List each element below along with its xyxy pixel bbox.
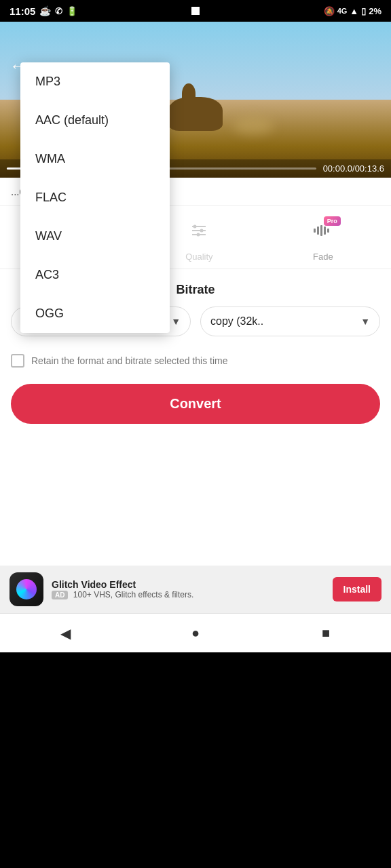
ad-badge: AD [52,591,68,599]
silent-icon: 🔕 [324,6,335,16]
bitrate-arrow-icon: ▼ [360,316,370,327]
format-option-wma[interactable]: WMA [20,140,170,178]
battery-percent: 2% [369,6,381,16]
svg-rect-11 [327,229,329,233]
bitrate-dropdown[interactable]: copy (32k.. ▼ [200,307,380,336]
ad-app-icon [10,572,43,606]
ad-icon-graphic [16,579,37,599]
retain-text: Retain the format and bitrate selected t… [31,355,227,366]
svg-rect-10 [324,226,326,235]
call-icon: ✆ [55,6,62,16]
quality-label: Quality [185,252,212,262]
svg-point-4 [193,225,197,229]
quality-item[interactable]: Quality [185,220,212,262]
nav-home-button[interactable]: ● [175,620,216,647]
camel-shape [168,97,223,131]
convert-button[interactable]: Convert [11,384,380,424]
battery-icon: ▯ [361,6,366,16]
format-arrow-icon: ▼ [171,316,181,327]
quality-icon [188,220,210,246]
battery-low-icon: 🔋 [67,6,77,16]
nav-back-button[interactable]: ◀ [45,620,86,647]
svg-rect-7 [314,229,316,233]
ad-title: Glitch Video Effect [52,579,324,590]
network-icon: 4G [337,7,348,15]
fade-item[interactable]: Pro Fade [311,220,335,262]
status-bar: 11:05 ☕ ✆ 🔋 🔕 4G ▲ ▯ 2% [0,0,391,22]
nav-recent-button[interactable]: ■ [305,620,346,647]
svg-point-5 [200,229,204,233]
format-option-mp3[interactable]: MP3 [20,62,170,101]
fade-icon-wrap: Pro [311,220,335,246]
install-button[interactable]: Install [333,577,381,601]
whatsapp-icon: ☕ [39,5,51,16]
signal-icon: ▲ [350,6,358,16]
format-option-flac[interactable]: FLAC [20,178,170,217]
format-option-ogg[interactable]: OGG [20,294,170,333]
format-option-wav[interactable]: WAV [20,217,170,256]
fade-label: Fade [313,252,333,262]
svg-point-6 [197,233,200,237]
format-option-ac3[interactable]: AC3 [20,256,170,294]
format-option-aac[interactable]: AAC (default) [20,101,170,140]
dust-cloud [233,117,274,134]
pro-badge: Pro [324,216,341,226]
nav-bar: ◀ ● ■ [0,613,391,652]
time-display: 00:00.0/00:13.6 [323,163,384,174]
svg-rect-8 [317,226,319,235]
format-dropdown-overlay: MP3 AAC (default) WMA FLAC WAV AC3 OGG [20,62,170,333]
camera-dot [191,7,200,15]
ad-subtitle-text: 100+ VHS, Glitch effects & filters. [73,590,194,599]
ad-text: Glitch Video Effect AD 100+ VHS, Glitch … [52,579,324,599]
svg-rect-9 [320,225,322,236]
status-time: 11:05 [10,5,35,17]
ad-subtitle: AD 100+ VHS, Glitch effects & filters. [52,590,324,599]
retain-checkbox[interactable] [11,354,24,368]
bitrate-value: copy (32k.. [210,315,263,328]
retain-row[interactable]: Retain the format and bitrate selected t… [0,343,391,368]
ad-banner: Glitch Video Effect AD 100+ VHS, Glitch … [0,566,391,613]
